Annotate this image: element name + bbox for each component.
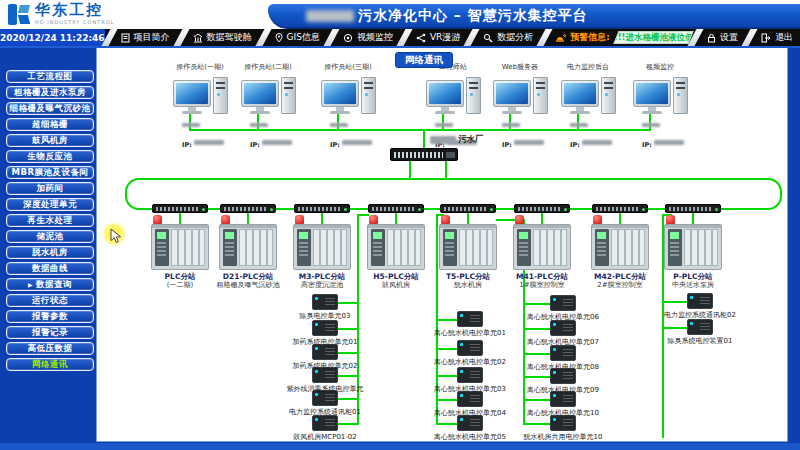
datetime: 2020/12/24 11:22:46 [0,29,105,46]
sidebar-item-fine-screen[interactable]: 细格栅及曝气沉砂池 [6,102,94,115]
field-switch-icon [152,204,208,213]
header-rule [0,46,800,48]
cabinet-icon [550,320,576,336]
plc-name: M41-PLC分站 [497,272,587,281]
sidebar-item-alarm-params[interactable]: 报警参数 [6,310,94,323]
ip-label: IP: [182,141,192,149]
sidebar-item-reclaimed-water[interactable]: 再生水处理 [6,214,94,227]
field-switch-icon [514,204,570,213]
plc-icon [591,224,649,270]
sidebar-item-network-comm[interactable]: 网络通讯 [6,358,94,371]
monitor-icon [561,80,599,114]
alarm-beacon-icon [666,215,675,224]
field-switch-icon [294,204,350,213]
plc-node: P-PLC分站 中央送水泵房 [648,224,738,289]
doc-icon [121,33,130,43]
plc-icon [513,224,571,270]
menu-item-settings[interactable]: 设置 [700,29,745,46]
sidebar-item-coarse-screen[interactable]: 粗格栅及进水泵房 [6,86,94,99]
sidebar-item-advanced-treatment[interactable]: 深度处理单元 [6,198,94,211]
redacted-plant-prefix [430,136,456,144]
sidebar-item-blower-room[interactable]: 鼓风机房 [6,134,94,147]
title-banner: 污水净化中心 – 智慧污水集控平台 [268,4,800,29]
net-line [438,375,457,377]
computer-icon [618,72,702,114]
net-line [525,399,550,401]
alarm-beacon-icon [221,215,230,224]
ip-line: IP: [226,115,310,152]
sidebar-item-bio-reactor[interactable]: 生物反应池 [6,150,94,163]
cabinet-icon [550,295,576,311]
cabinet-label: 紫外线消毒系统电控单元 [265,384,385,394]
menu-item-data-analysis[interactable]: 数据分析 [476,29,540,46]
menu-item-vr-tour[interactable]: VR漫游 [409,29,467,46]
sidebar-item-alarm-log[interactable]: 报警记录 [6,326,94,339]
sidebar-item-hv-lv-data[interactable]: 高低压数据 [6,342,94,355]
mouse-cursor-icon [110,228,124,248]
redacted-text [570,123,588,127]
menu-item-exit[interactable]: 退出 [754,29,800,46]
sidebar-item-process-flow[interactable]: 工艺流程图 [6,70,94,83]
net-line [525,423,550,425]
cabinet-label: 离心脱水机电控单元09 [503,385,623,395]
monitor-icon [241,80,279,114]
menu-item-project-intro[interactable]: 项目简介 [114,29,177,46]
sidebar-item-dosing-room[interactable]: 加药间 [6,182,94,195]
sidebar-item-data-query[interactable]: ▶数据查询 [6,278,94,291]
menubar: 2020/12/24 11:22:46 项目简介 数据驾驶舱 GIS信息 视频监… [0,29,800,46]
net-line [541,213,543,224]
app-title: 污水净化中心 – 智慧污水集控平台 [358,7,588,25]
ip-label: IP: [502,141,512,149]
sidebar: 工艺流程图 粗格栅及进水泵房 细格栅及曝气沉砂池 超细格栅 鼓风机房 生物反应池… [6,70,94,371]
redacted-text [642,123,660,127]
alarm-beacon-icon [369,215,378,224]
tower-icon [673,77,688,114]
sidebar-item-sludge-tank[interactable]: 储泥池 [6,230,94,243]
net-line [337,302,357,304]
net-line [395,213,397,224]
sidebar-item-ultrafine-screen[interactable]: 超细格栅 [6,118,94,131]
map-pin-icon [275,33,283,43]
net-line [445,161,447,179]
brand-logo-icon [8,4,30,25]
workstation-node: 操作员站(三期) IP: [306,62,390,152]
sidebar-item-mbr[interactable]: MBR膜池及设备间 [6,166,94,179]
sidebar-item-data-curves[interactable]: 数据曲线 [6,262,94,275]
cabinet-icon [687,319,713,335]
alarm-beacon-icon [153,215,162,224]
ip-label: IP: [570,141,580,149]
net-line [438,423,457,425]
dashboard-icon [193,33,203,43]
redacted-ip [514,140,544,145]
sidebar-item-dewatering-room[interactable]: 脱水机房 [6,246,94,259]
sidebar-item-run-status[interactable]: 运行状态 [6,294,94,307]
net-line [337,328,357,330]
net-line [438,399,457,401]
net-line [409,161,411,179]
menu-label: 数据分析 [497,31,533,44]
plc-node: M41-PLC分站 1#膜室控制室 [497,224,587,289]
menu-item-data-cockpit[interactable]: 数据驾驶舱 [186,29,259,46]
net-line [321,213,323,224]
net-line [664,301,687,303]
redacted-ip [262,140,292,145]
menu-item-video-monitor[interactable]: 视频监控 [336,29,400,46]
menu-item-gis-info[interactable]: GIS信息 [268,29,327,46]
cabinet-icon [457,340,483,356]
workstation-label: 操作员站(三期) [306,62,390,72]
plc-icon [219,224,277,270]
menu-label: VR漫游 [430,31,460,44]
redacted-ip [342,140,372,145]
cabinet-icon [687,293,713,309]
alarm-beacon-icon [295,215,304,224]
menu-label: 数据驾驶舱 [207,31,252,44]
brand-subtitle: HD INDUSTRY CONTROL [35,20,114,25]
field-switch-icon [440,204,496,213]
cabinet-icon [312,294,338,310]
menu-label: GIS信息 [287,31,320,44]
workstation-node: 视频监控 IP: [618,62,702,152]
plant-name: 污水厂 [458,134,484,146]
plc-icon [439,224,497,270]
plc-icon [293,224,351,270]
field-switch-icon [592,204,648,213]
